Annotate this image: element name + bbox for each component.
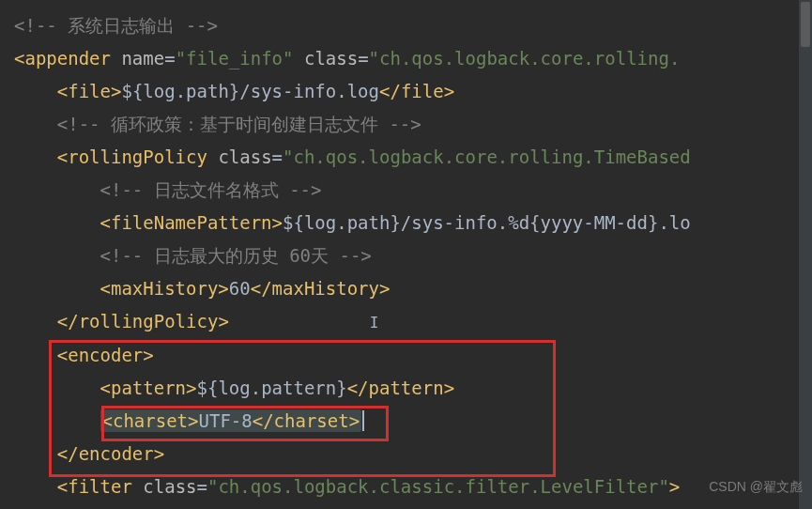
scrollbar-thumb[interactable]: [801, 2, 810, 47]
code-line[interactable]: <charset>UTF-8</charset>: [14, 405, 812, 438]
tag-file: file: [68, 81, 111, 101]
code-line[interactable]: </encoder>: [14, 438, 812, 470]
tag-encoder-close: encoder: [79, 443, 154, 464]
pattern-value: ${log.pattern}: [197, 378, 347, 398]
attr-class: class: [304, 48, 358, 69]
code-line[interactable]: <filter class="ch.qos.logback.classic.fi…: [14, 470, 812, 503]
tag-encoder: encoder: [68, 345, 143, 365]
code-line[interactable]: <!-- 日志最大的历史 60天 -->: [14, 239, 812, 272]
attr-value: "file_info": [176, 48, 294, 69]
tag-charset: charset: [113, 410, 188, 431]
attr-value: "ch.qos.logback.core.rolling.TimeBased: [283, 147, 691, 167]
code-line[interactable]: <encoder>: [14, 339, 812, 372]
code-line[interactable]: <pattern>${log.pattern}</pattern>: [14, 372, 812, 405]
attr-name: name: [121, 48, 164, 69]
code-line[interactable]: <file>${log.path}/sys-info.log</file>: [14, 75, 812, 108]
tag-rollingpolicy-close: rollingPolicy: [79, 311, 219, 332]
code-line[interactable]: <appender name="file_info" class="ch.qos…: [14, 42, 812, 75]
xml-comment: <!-- 系统日志输出 -->: [14, 15, 218, 36]
file-path: ${log.path}/sys-info.log: [121, 81, 379, 101]
tag-pattern: pattern: [111, 378, 186, 398]
xml-comment: <!-- 循环政策：基于时间创建日志文件 -->: [57, 114, 421, 134]
tag-filenamepattern: fileNamePattern: [111, 212, 272, 233]
attr-value: "ch.qos.logback.classic.filter.LevelFilt…: [207, 476, 669, 497]
bracket: <: [14, 48, 24, 69]
xml-comment: <!-- 日志最大的历史 60天 -->: [100, 245, 372, 266]
text-cursor-icon: I: [370, 314, 379, 332]
xml-comment: <!-- 日志文件名格式 -->: [100, 179, 322, 200]
charset-value: UTF-8: [199, 410, 253, 431]
attr-class: class: [218, 147, 271, 167]
tag-maxhistory: maxHistory: [111, 278, 218, 299]
code-line[interactable]: <!-- 系统日志输出 -->: [14, 9, 812, 42]
tag-filter: filter: [68, 476, 132, 497]
code-editor[interactable]: <!-- 系统日志输出 --> <appender name="file_inf…: [14, 9, 812, 503]
code-line[interactable]: <maxHistory>60</maxHistory>: [14, 272, 812, 305]
code-line[interactable]: </rollingPolicy>I: [14, 305, 812, 339]
attr-class: class: [143, 476, 196, 497]
code-line[interactable]: <!-- 日志文件名格式 -->: [14, 174, 812, 207]
code-line[interactable]: <fileNamePattern>${log.path}/sys-info.%d…: [14, 207, 812, 239]
highlighted-selection: <charset>UTF-8</charset>: [100, 409, 362, 432]
filename-pattern: ${log.path}/sys-info.%d{yyyy-MM-dd}.lo: [283, 212, 691, 233]
tag-rollingpolicy: rollingPolicy: [68, 147, 207, 167]
caret-icon: [362, 410, 364, 431]
code-line[interactable]: <rollingPolicy class="ch.qos.logback.cor…: [14, 141, 812, 174]
tag-appender: appender: [24, 48, 111, 69]
vertical-scrollbar[interactable]: [799, 0, 812, 509]
watermark-text: CSDN @翟文彪: [709, 470, 803, 503]
code-line[interactable]: <!-- 循环政策：基于时间创建日志文件 -->: [14, 108, 812, 141]
attr-value: "ch.qos.logback.core.rolling.: [369, 48, 681, 69]
maxhistory-value: 60: [229, 278, 251, 299]
